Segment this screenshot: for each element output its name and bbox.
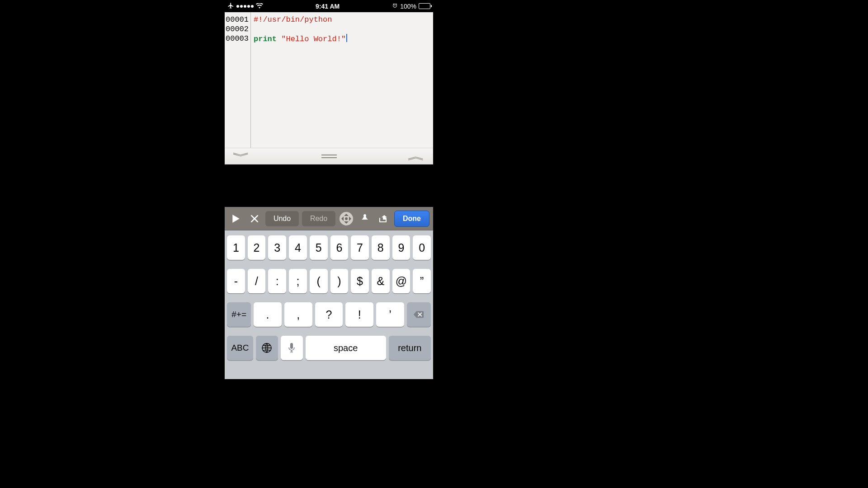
key-7[interactable]: 7 [351,235,369,260]
line-number-gutter: 00001 00002 00003 [225,12,251,148]
undo-button[interactable]: Undo [265,211,299,226]
svg-rect-1 [290,343,293,349]
key-quote[interactable]: ” [413,269,431,293]
key-8[interactable]: 8 [372,235,390,260]
key-1[interactable]: 1 [227,235,245,260]
status-bar: 9:41 AM 100% [225,0,433,12]
key-delete[interactable] [407,302,431,327]
mic-icon [288,343,295,353]
code-keyword-print: print [254,35,277,43]
key-abc-toggle[interactable]: ABC [227,336,253,360]
key-2[interactable]: 2 [248,235,266,260]
keyboard-row-3: #+= . , ? ! ’ [227,302,431,327]
drag-handle-icon[interactable] [321,155,337,158]
delete-icon [413,310,425,319]
key-globe[interactable] [256,336,278,360]
status-left [227,2,263,10]
key-paren-open[interactable]: ( [310,269,328,293]
chevron-double-up-icon[interactable]: ︽ [407,150,425,163]
battery-percentage: 100% [400,3,416,10]
code-shebang: #!/usr/bin/python [254,15,332,24]
key-paren-close[interactable]: ) [330,269,349,293]
keyboard-row-2: - / : ; ( ) $ & @ ” [227,269,431,293]
key-apostrophe[interactable]: ’ [376,302,404,327]
key-colon[interactable]: : [268,269,286,293]
keyboard: 1 2 3 4 5 6 7 8 9 0 - / : ; ( ) $ & @ ” … [225,230,433,379]
key-period[interactable]: . [254,302,282,327]
battery-icon [419,3,430,9]
status-right: 100% [392,3,430,10]
key-6[interactable]: 6 [330,235,349,260]
chevron-double-down-icon[interactable]: ︾ [232,150,250,163]
pin-button[interactable] [357,211,373,226]
key-dollar[interactable]: $ [351,269,369,293]
clock: 9:41 AM [263,3,392,10]
key-question[interactable]: ? [315,302,343,327]
key-slash[interactable]: / [248,269,266,293]
key-3[interactable]: 3 [268,235,286,260]
share-button[interactable] [376,211,391,226]
code-string: "Hello World!" [281,35,346,43]
key-comma[interactable]: , [284,302,312,327]
key-space[interactable]: space [306,336,386,360]
code-content[interactable]: #!/usr/bin/python print "Hello World!" [251,12,347,148]
key-semicolon[interactable]: ; [289,269,307,293]
keyboard-row-1: 1 2 3 4 5 6 7 8 9 0 [227,235,431,260]
move-icon [340,212,353,225]
key-ampersand[interactable]: & [372,269,390,293]
editor-toolbar: Undo Redo Done [225,207,433,230]
key-5[interactable]: 5 [310,235,328,260]
key-0[interactable]: 0 [413,235,431,260]
code-editor[interactable]: 00001 00002 00003 #!/usr/bin/python prin… [225,12,433,148]
keyboard-row-4: ABC space return [227,336,431,360]
alarm-icon [392,3,398,10]
redo-button[interactable]: Redo [302,211,335,226]
phone-frame: 9:41 AM 100% 00001 00002 00003 #!/usr/bi… [225,0,433,371]
editor-handlebar: ︾ ︽ [225,148,433,164]
key-4[interactable]: 4 [289,235,307,260]
key-9[interactable]: 9 [392,235,410,260]
key-exclaim[interactable]: ! [345,302,373,327]
globe-icon [261,343,272,353]
wifi-icon [256,3,263,10]
signal-strength-icon [236,5,254,8]
background-gap [225,164,433,207]
key-symbols-toggle[interactable]: #+= [227,302,251,327]
key-dash[interactable]: - [227,269,245,293]
text-cursor [346,34,347,42]
close-button[interactable] [247,211,262,226]
done-button[interactable]: Done [394,211,429,227]
airplane-mode-icon [227,2,234,10]
key-at[interactable]: @ [392,269,410,293]
key-return[interactable]: return [389,336,431,360]
key-dictation[interactable] [281,336,303,360]
move-cursor-button[interactable] [339,211,354,226]
play-button[interactable] [228,211,244,226]
